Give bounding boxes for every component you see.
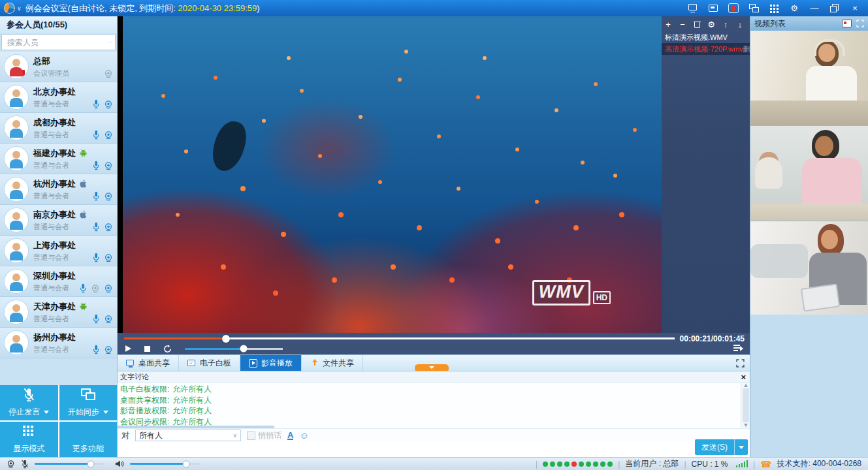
fullscreen-expand-icon[interactable] [736, 355, 750, 371]
minimize-icon[interactable]: — [809, 3, 820, 13]
current-user-label: 当前用户 : 总部 [625, 458, 679, 469]
chat-scrollbar[interactable] [741, 383, 750, 428]
move-up-icon[interactable]: ↑ [721, 20, 730, 29]
recipient-select[interactable]: 所有人∨ [135, 430, 241, 441]
replay-button[interactable] [163, 345, 172, 353]
emoji-icon[interactable]: ☺ [299, 431, 308, 440]
participant-row[interactable]: 扬州办事处 普通与会者 [0, 328, 117, 358]
logo-dropdown-icon[interactable]: ∨ [17, 5, 22, 12]
webcam-icon[interactable] [104, 253, 113, 262]
playlist-item[interactable]: 高清演示视频-720P.wmv 删除 [662, 43, 750, 55]
scroll-up-icon[interactable] [744, 384, 748, 387]
participant-row[interactable]: 成都办事处 普通与会者 [0, 113, 117, 144]
screen-share-icon[interactable] [688, 3, 698, 13]
record-icon[interactable] [728, 3, 739, 13]
mic-icon[interactable] [79, 283, 87, 293]
webcam-icon[interactable] [104, 315, 113, 324]
mic-muted-icon[interactable]: 停止发言 [0, 385, 58, 420]
send-button[interactable]: 发送(S) [695, 439, 748, 455]
speaker-volume-handle[interactable] [183, 460, 190, 467]
delete-item-button[interactable]: 删除 [743, 43, 750, 55]
speaker-icon[interactable] [115, 460, 124, 468]
search-input[interactable] [6, 37, 110, 48]
search-icon[interactable] [110, 38, 111, 47]
feature-tab[interactable]: 文件共享 [302, 355, 363, 371]
video-monitor-icon[interactable] [842, 20, 852, 27]
mic-icon[interactable] [92, 161, 100, 170]
local-mic-muted-icon[interactable] [21, 460, 29, 469]
mic-icon[interactable] [92, 253, 100, 262]
participant-row[interactable]: 天津办事处 普通与会者 [0, 297, 117, 328]
webcam-icon[interactable] [104, 284, 113, 293]
font-style-icon[interactable]: A [287, 431, 293, 440]
chat-horizontal-scrollbar[interactable] [118, 426, 274, 428]
player-volume-slider[interactable] [185, 348, 283, 350]
scroll-down-icon[interactable] [744, 424, 748, 427]
chat-collapse-handle[interactable] [415, 364, 449, 371]
camera-video-tile[interactable] [750, 31, 868, 126]
webcam-icon[interactable] [104, 100, 113, 109]
feature-tab[interactable]: 桌面共享 [118, 355, 179, 371]
display-grid-icon[interactable]: 显示模式 [0, 422, 58, 457]
window-layout-icon[interactable] [708, 3, 718, 13]
webcam-icon[interactable] [104, 345, 113, 354]
webcam-icon[interactable] [104, 192, 113, 201]
play-button[interactable] [125, 345, 131, 352]
participant-row[interactable]: 上海办事处 普通与会者 [0, 236, 117, 266]
add-icon[interactable]: + [664, 20, 673, 29]
camera-video-tile[interactable] [750, 126, 868, 221]
delete-icon[interactable] [692, 20, 701, 29]
participant-row[interactable]: 杭州办事处 普通与会者 [0, 174, 117, 205]
scroll-thumb[interactable] [743, 388, 749, 422]
remove-icon[interactable]: − [678, 20, 687, 29]
seek-bar[interactable] [124, 337, 675, 339]
stop-button[interactable] [144, 346, 150, 352]
admin-badge-icon [18, 69, 25, 76]
speaker-volume-slider[interactable] [130, 463, 201, 465]
video-list-expand-icon[interactable] [856, 20, 864, 27]
cascade-icon[interactable] [748, 3, 759, 13]
mic-icon[interactable] [92, 130, 100, 140]
app-logo-icon[interactable] [4, 3, 15, 14]
participant-row[interactable]: 福建办事处 普通与会者 [0, 144, 117, 174]
whisper-checkbox[interactable] [247, 431, 255, 440]
mic-icon[interactable] [92, 191, 100, 201]
webcam-gray-icon[interactable] [104, 69, 113, 78]
playlist-queue-icon[interactable] [733, 344, 743, 351]
mic-volume-slider[interactable] [35, 463, 105, 465]
playlist-item[interactable]: 标清演示视频.WMV [662, 31, 750, 43]
close-icon[interactable]: × [850, 3, 860, 13]
participant-row[interactable]: 北京办事处 普通与会者 [0, 82, 117, 113]
player-volume-handle[interactable] [240, 345, 248, 352]
mic-volume-handle[interactable] [88, 460, 95, 467]
playlist-settings-icon[interactable]: ⚙ [707, 20, 716, 29]
webcam-icon[interactable] [104, 223, 113, 232]
feature-tab[interactable]: 电子白板 [179, 355, 240, 371]
participant-avatar [5, 86, 28, 109]
video-player-stage[interactable]: WMV HD [118, 16, 662, 333]
participant-row[interactable]: 总部 会议管理员 [0, 52, 117, 82]
seek-handle[interactable] [222, 335, 230, 343]
feature-tab[interactable]: 影音播放 [240, 355, 302, 371]
mic-icon[interactable] [92, 222, 100, 232]
camera-video-tile[interactable] [750, 221, 868, 317]
local-webcam-icon[interactable] [7, 460, 15, 468]
webcam-icon[interactable] [104, 161, 113, 170]
participant-row[interactable]: 南京办事处 普通与会者 [0, 205, 117, 236]
settings-icon[interactable]: ⚙ [789, 3, 799, 13]
mic-icon[interactable] [92, 345, 100, 354]
send-options-icon[interactable] [734, 439, 748, 455]
apps-grid-icon[interactable] [769, 3, 779, 13]
mic-icon[interactable] [92, 314, 100, 324]
participant-row[interactable]: 深圳办事处 普通与会者 [0, 266, 117, 297]
webcam-gray-icon[interactable] [91, 284, 100, 293]
sync-screens-icon[interactable]: 开始同步 [59, 385, 118, 420]
more-dots-icon[interactable]: 更多功能 [59, 422, 118, 457]
dropdown-caret-icon [44, 411, 49, 414]
chat-close-icon[interactable]: × [741, 373, 746, 381]
move-down-icon[interactable]: ↓ [735, 20, 745, 29]
mic-icon[interactable] [92, 99, 100, 109]
maximize-icon[interactable] [829, 3, 840, 13]
webcam-icon[interactable] [104, 131, 113, 140]
chat-message-input[interactable] [118, 442, 750, 457]
